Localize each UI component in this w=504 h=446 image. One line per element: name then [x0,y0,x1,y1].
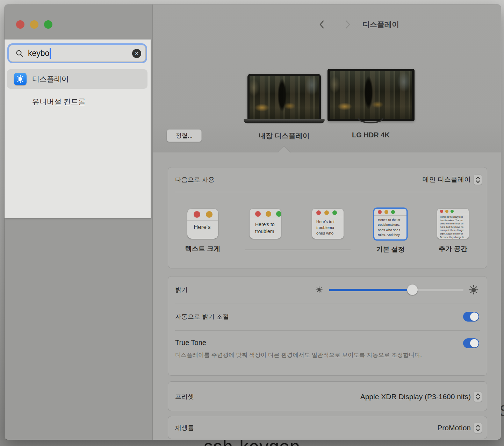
back-button[interactable] [317,20,327,29]
wallpaper-preview [330,71,412,119]
use-as-value: 메인 디스플레이 [423,175,471,184]
preview-text: rules. And they [378,232,406,237]
zoom-window-button[interactable] [44,20,52,29]
search-result-label: 유니버설 컨트롤 [32,97,86,107]
close-window-button[interactable] [16,20,24,29]
preview-text: troublem [255,228,281,235]
section-divider [153,152,501,152]
scaling-option-3[interactable]: Here's to t troublema ones who [302,209,354,253]
mini-close-dot [378,210,382,214]
preview-text: them. About the only th [440,232,469,236]
search-result-displays[interactable]: 디스플레이 [7,69,147,89]
auto-brightness-label: 자동으로 밝기 조절 [175,312,229,321]
preview-text: ones who [316,230,344,236]
mini-close-dot [194,211,200,218]
preview-text: Here's to the crazy one [440,215,469,219]
refresh-rate-value: ProMotion [437,424,471,432]
brightness-low-icon [315,286,323,294]
brightness-slider-thumb[interactable] [407,285,418,295]
mini-close-dot [440,210,443,213]
use-as-dropdown[interactable] [474,174,482,185]
clear-search-button[interactable]: ✕ [132,49,141,58]
page-title: 디스플레이 [362,19,399,30]
scaling-option-label: 기본 설정 [364,245,417,253]
preview-text: ones who see things dif [440,222,469,225]
preview-text: Here's [194,223,218,231]
preview-text: Because they change th [440,236,469,239]
scaling-option-more-space[interactable]: Here's to the crazy one troublemakers. T… [427,209,479,253]
preview-text: Here's to t [316,219,344,225]
scaling-tick-line [245,250,351,250]
sidebar: keybo ✕ 디스플레이 유니버설 컨트롤 [5,5,152,440]
refresh-rate-card: 재생률 ProMotion [168,416,487,439]
scaling-option-label [302,244,354,253]
scaling-preview: Here's to t troublema ones who [312,209,344,239]
refresh-rate-label: 재생률 [175,424,194,432]
chevron-up-down-icon [475,392,481,401]
true-tone-label: True Tone [175,339,206,347]
use-as-label: 다음으로 사용 [175,175,215,184]
scaling-option-2[interactable]: Here's to troublem [239,209,291,253]
search-input-value[interactable]: keybo [28,49,49,58]
scaling-preview: Here's to the crazy one troublemakers. T… [437,209,469,239]
laptop-base [244,119,325,123]
search-results-panel: keybo ✕ 디스플레이 유니버설 컨트롤 [5,39,151,218]
preview-text: can quote them, disagre [440,229,469,232]
brightness-label: 밝기 [175,286,188,294]
brightness-high-icon [468,285,479,295]
text-caret [50,48,51,59]
mini-close-dot [255,211,261,217]
preview-text: troublema [316,225,344,231]
scaling-preview: Here's to troublem [250,209,281,239]
preview-text: Here's to [255,221,281,228]
true-tone-description: 디스플레이를 주변광에 맞춰 색상이 다른 환경에서도 일관적으로 보이도록 자… [175,350,435,360]
true-tone-toggle[interactable] [463,338,479,348]
brightness-card: 밝기 자동으로 밝기 조절 True Tone 디스플레이를 주변광에 맞춰 색… [168,276,487,376]
row-divider [175,192,480,192]
brightness-slider[interactable] [329,289,463,291]
mini-zoom-dot [451,210,454,213]
scaling-option-default[interactable]: Here's to the cr troublemakers. ones who… [364,209,417,253]
scaling-option-label: 추가 공간 [427,244,479,253]
toggle-knob [470,312,478,321]
preview-text: troublemakers. [378,222,406,227]
mini-zoom-dot [391,210,395,214]
system-settings-window: keybo ✕ 디스플레이 유니버설 컨트롤 [5,5,501,440]
builtin-display-thumbnail[interactable] [247,74,321,120]
preset-dropdown[interactable] [474,391,482,402]
search-input[interactable]: keybo ✕ [7,43,147,63]
minimize-window-button[interactable] [30,20,38,29]
external-display-thumbnail[interactable] [327,69,415,121]
mini-zoom-dot [276,211,281,217]
mini-minimize-dot [266,211,271,217]
preset-card: 프리셋 Apple XDR Display (P3-1600 nits) [168,381,487,411]
main-content: 디스플레이 내장 디스플레이 LG HDR 4K 정렬... 다음으로 사용 메… [153,5,501,440]
external-display-label: LG HDR 4K [329,131,413,139]
search-result-label: 디스플레이 [32,74,69,84]
chevron-up-down-icon [475,423,481,433]
mini-minimize-dot [324,210,329,215]
arrange-button[interactable]: 정렬... [167,129,202,142]
mini-close-dot [316,210,321,215]
row-divider [175,330,480,331]
search-result-universal-control[interactable]: 유니버설 컨트롤 [7,94,147,109]
scaling-option-label [239,244,291,253]
refresh-rate-dropdown[interactable] [474,423,482,433]
search-icon [15,49,24,58]
preset-label: 프리셋 [175,393,194,401]
scaling-preview: Here's [187,209,218,239]
toggle-knob [470,339,478,347]
preset-value: Apple XDR Display (P3-1600 nits) [360,393,471,401]
preview-text: rules. And they have no [440,225,469,229]
chevron-up-down-icon [475,175,481,185]
mini-minimize-dot [445,210,448,213]
scaling-option-label: 텍스트 크게 [177,244,229,253]
mini-zoom-dot [332,210,337,215]
scaling-option-larger-text[interactable]: Here's 텍스트 크게 [177,209,229,253]
preview-text: troublemakers. The rou [440,219,469,222]
wallpaper-preview [250,76,319,119]
display-brightness-icon [14,73,27,85]
brightness-slider-fill [329,289,412,291]
forward-button[interactable] [343,20,352,29]
auto-brightness-toggle[interactable] [463,312,479,322]
